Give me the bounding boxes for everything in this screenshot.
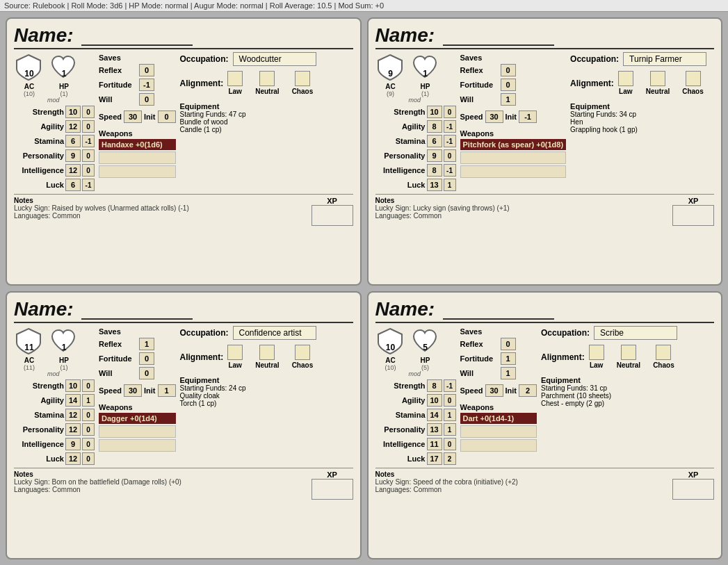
save-row-will: Will 1 <box>460 367 537 379</box>
stat-mod: 0 <box>82 423 95 436</box>
hp-label: HP <box>421 83 430 90</box>
xp-section: XP <box>312 470 353 501</box>
weapons-section: Weapons Dagger +0(1d4) <box>99 403 176 453</box>
mid-col: Saves Reflex 0 Fortitude 1 Will 1 <box>460 326 537 465</box>
character-card-1: Name: 10 AC (10) <box>6 17 362 286</box>
stat-val: 12 <box>65 120 81 133</box>
stat-mod: 2 <box>444 452 456 465</box>
align-neutral: Neutral <box>646 71 670 95</box>
save-row-fortitude: Fortitude 0 <box>99 352 176 365</box>
card-title: Name: <box>375 24 715 49</box>
stat-mod: -1 <box>444 120 456 133</box>
align-neutral-label: Neutral <box>617 361 640 369</box>
equipment-title: Equipment <box>541 376 714 384</box>
heart-icon: 1 <box>49 326 79 357</box>
saves-title: Saves <box>99 54 176 62</box>
shield-icon: 9 <box>375 52 406 83</box>
save-val: -1 <box>139 79 154 91</box>
save-label: Reflex <box>99 66 137 74</box>
character-card-4: Name: 10 AC (10) <box>367 291 723 559</box>
stat-val: 10 <box>65 106 81 118</box>
speed-val: 30 <box>485 384 503 397</box>
icons-row: 10 AC (10) 1 HP (1) <box>14 52 95 97</box>
occupation-label: Occupation: <box>180 328 229 338</box>
notes-text: Lucky Sign: Lucky sign (saving throws) (… <box>375 204 510 220</box>
stat-val: 14 <box>65 394 81 407</box>
save-val: 1 <box>139 338 154 350</box>
align-chaos-label: Chaos <box>682 88 704 95</box>
save-row-reflex: Reflex 0 <box>460 64 567 76</box>
stat-mod: 0 <box>82 438 95 450</box>
occupation-label: Occupation: <box>180 54 229 64</box>
xp-label: XP <box>672 197 714 205</box>
left-col: 10 AC (10) 1 HP (1) mod <box>14 52 95 191</box>
stat-row-agility: Agility 10 0 <box>375 394 456 407</box>
save-row-will: Will 0 <box>99 367 176 379</box>
save-row-reflex: Reflex 1 <box>99 338 176 350</box>
save-val: 0 <box>139 367 154 379</box>
stat-mod: 0 <box>82 149 95 162</box>
stat-mod: -1 <box>82 135 95 147</box>
shield-icon: 10 <box>375 326 406 357</box>
align-neutral-box <box>259 345 275 360</box>
xp-box <box>312 205 353 226</box>
stat-val: 10 <box>427 394 442 407</box>
save-val: 0 <box>501 79 516 91</box>
xp-section: XP <box>672 470 714 501</box>
xp-label: XP <box>672 470 714 479</box>
stat-label: Intelligence <box>14 440 64 448</box>
save-val: 0 <box>139 93 154 106</box>
card-title: Name: <box>375 298 715 323</box>
stat-row-luck: Luck 6 -1 <box>14 179 95 191</box>
stat-mod: -1 <box>444 164 456 177</box>
align-law-label: Law <box>590 361 603 369</box>
stat-label: Luck <box>375 181 426 189</box>
weapon-empty-1 <box>99 425 176 438</box>
align-law: Law <box>589 345 604 369</box>
speed-val: 30 <box>485 110 503 123</box>
save-label: Fortitude <box>99 354 137 363</box>
weapon-empty-2 <box>460 439 537 452</box>
weapons-title: Weapons <box>460 403 537 411</box>
character-card-2: Name: 9 AC (9) <box>367 17 723 286</box>
mid-col: Saves Reflex 0 Fortitude -1 Will 0 <box>99 52 176 191</box>
align-law: Law <box>618 71 633 95</box>
top-bar: Source: Rulebook | Roll Mode: 3d6 | HP M… <box>0 0 728 12</box>
align-neutral-label: Neutral <box>255 88 279 95</box>
speed-val: 30 <box>124 384 142 397</box>
ac-label: AC <box>385 83 395 90</box>
notes-text: Lucky Sign: Speed of the cobra (initiati… <box>375 478 518 493</box>
stat-val: 6 <box>65 135 81 147</box>
stat-row-strength: Strength 8 -1 <box>375 379 456 392</box>
stat-val: 12 <box>65 409 81 421</box>
save-row-fortitude: Fortitude 1 <box>460 352 537 365</box>
align-chaos-label: Chaos <box>653 361 674 369</box>
stat-val: 12 <box>65 452 81 465</box>
align-chaos-label: Chaos <box>292 361 314 369</box>
save-row-fortitude: Fortitude 0 <box>460 79 567 91</box>
save-row-reflex: Reflex 0 <box>460 338 537 350</box>
stat-mod: 0 <box>444 149 456 162</box>
save-label: Will <box>460 369 499 377</box>
stat-mod: 0 <box>82 452 95 465</box>
save-label: Reflex <box>99 340 137 348</box>
stat-mod: 0 <box>444 438 456 450</box>
notes-label: Notes <box>14 197 33 204</box>
stat-mod: 0 <box>82 164 95 177</box>
stat-label: Stamina <box>375 411 426 419</box>
heart-icon: 1 <box>49 52 79 83</box>
stat-label: Intelligence <box>14 166 64 174</box>
stat-val: 13 <box>427 423 442 436</box>
occupation-label: Occupation: <box>541 328 590 338</box>
weapon-empty-2 <box>99 439 176 452</box>
stat-val: 12 <box>65 423 81 436</box>
stat-row-luck: Luck 17 2 <box>375 452 456 465</box>
stat-label: Personality <box>375 152 426 160</box>
stat-mod: 0 <box>82 379 95 392</box>
save-label: Fortitude <box>460 81 499 89</box>
align-law-label: Law <box>228 361 241 369</box>
alignment-row: Alignment: Law Neutral Chaos <box>180 71 353 95</box>
notes-label: Notes <box>375 197 395 204</box>
ac-label: AC <box>24 83 34 90</box>
stat-mod: -1 <box>444 379 456 392</box>
